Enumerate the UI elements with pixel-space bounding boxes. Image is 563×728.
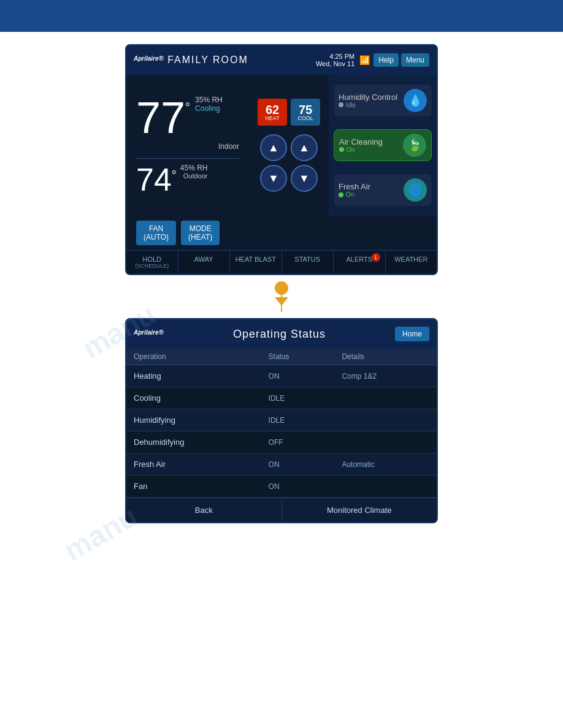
op-name: Heating — [126, 365, 261, 387]
thermostat-screen: Aprilaire® FAMILY ROOM 4:25 PM Wed, Nov … — [125, 44, 438, 275]
monitored-climate-button[interactable]: Monitored Climate — [282, 498, 437, 522]
col-details: Details — [334, 349, 437, 365]
down-arrows-row: ▼ ▼ — [260, 165, 318, 192]
nav-hold[interactable]: HOLD (SCHEDULE) — [126, 251, 178, 274]
table-row: Heating ON Comp 1&2 — [126, 365, 437, 387]
humidity-control-status: Idle — [339, 102, 397, 108]
fresh-air-status: On — [339, 191, 370, 198]
op-details — [334, 476, 437, 498]
operating-status-table: Operation Status Details Heating ON Comp… — [126, 349, 437, 498]
air-cleaning-icon[interactable]: 🍃 — [403, 134, 426, 157]
help-button[interactable]: Help — [373, 53, 399, 67]
content-area: Aprilaire® FAMILY ROOM 4:25 PM Wed, Nov … — [0, 32, 563, 536]
op-name: Dehumidifying — [126, 431, 261, 453]
outdoor-info: 45% RH Outdoor — [180, 164, 208, 180]
cool-setpoint-button[interactable]: 75 COOL — [291, 99, 320, 126]
fresh-air-icon[interactable]: 🌀 — [404, 178, 427, 202]
status-header: Aprilaire® Operating Status Home — [126, 319, 437, 349]
temperature-panel: 77 ° 35% RH Cooling Indoor 74 ° 45% RH O… — [126, 75, 249, 216]
wifi-icon: 📶 — [359, 55, 370, 65]
home-button[interactable]: Home — [395, 327, 429, 341]
op-details: Comp 1&2 — [334, 365, 437, 387]
menu-button[interactable]: Menu — [401, 53, 429, 67]
cool-up-button[interactable]: ▲ — [291, 134, 318, 161]
date-display: Wed, Nov 11 — [316, 60, 354, 67]
fresh-air-status-dot — [339, 192, 343, 197]
table-row: Humidifying IDLE — [126, 409, 437, 431]
thermostat-body: 77 ° 35% RH Cooling Indoor 74 ° 45% RH O… — [126, 75, 437, 216]
connector-dot — [275, 281, 288, 295]
air-cleaning-label: Air Cleaning — [339, 137, 383, 146]
status-title: Operating Status — [164, 328, 395, 341]
table-header-row: Operation Status Details — [126, 349, 437, 365]
indoor-degree: ° — [185, 100, 190, 115]
nav-status[interactable]: STATUS — [282, 251, 334, 274]
indoor-temp-row: 77 ° 35% RH Cooling — [136, 96, 239, 140]
outdoor-degree: ° — [172, 169, 177, 183]
up-arrows-row: ▲ ▲ — [260, 134, 318, 161]
mode-button[interactable]: MODE (HEAT) — [181, 221, 220, 245]
op-status: OFF — [261, 431, 335, 453]
time-display: 4:25 PM — [329, 53, 354, 60]
nav-weather[interactable]: WEATHER — [386, 251, 437, 274]
back-button[interactable]: Back — [126, 498, 282, 522]
table-row: Dehumidifying OFF — [126, 431, 437, 453]
heat-up-button[interactable]: ▲ — [260, 134, 287, 161]
op-status: IDLE — [261, 387, 335, 409]
nav-heat-blast[interactable]: HEAT BLAST — [230, 251, 282, 274]
heat-setpoint-button[interactable]: 62 HEAT — [258, 99, 287, 126]
op-name: Cooling — [126, 387, 261, 409]
nav-alerts[interactable]: ALERTS 1 — [334, 251, 386, 274]
op-details — [334, 387, 437, 409]
op-details — [334, 409, 437, 431]
aprilaire-logo: Aprilaire® — [134, 54, 164, 66]
air-cleaning-status-dot — [339, 147, 344, 152]
table-row: Fan ON — [126, 476, 437, 498]
indoor-label: Indoor — [136, 142, 239, 151]
humidity-control-item: Humidity Control Idle 💧 — [334, 85, 432, 116]
controls-panel: Humidity Control Idle 💧 Air Cleaning — [329, 75, 437, 216]
air-cleaning-item: Air Cleaning On 🍃 — [334, 129, 432, 161]
humidity-control-label: Humidity Control — [339, 93, 397, 102]
outdoor-label: Outdoor — [180, 172, 208, 180]
op-status: IDLE — [261, 409, 335, 431]
status-logo: Aprilaire® — [134, 328, 164, 340]
op-status: ON — [261, 476, 335, 498]
humidity-control-icon[interactable]: 💧 — [404, 89, 427, 112]
heat-cool-row: 62 HEAT 75 COOL — [258, 99, 320, 126]
fan-button[interactable]: FAN (AUTO) — [136, 221, 176, 245]
op-details — [334, 431, 437, 453]
humidity-control-info: Humidity Control Idle — [339, 93, 397, 108]
indoor-info: 35% RH Cooling — [195, 96, 223, 113]
cool-down-button[interactable]: ▼ — [291, 165, 318, 192]
op-name: Fresh Air — [126, 453, 261, 476]
fresh-air-label: Fresh Air — [339, 182, 370, 191]
air-cleaning-status: On — [339, 146, 383, 153]
indoor-temperature: 77 — [136, 96, 185, 140]
humidity-status-dot — [339, 102, 343, 107]
alert-badge: 1 — [372, 253, 380, 262]
connector-arrow — [125, 275, 438, 318]
col-status: Status — [261, 349, 335, 365]
room-label: FAMILY ROOM — [167, 55, 248, 66]
fan-mode-controls: FAN (AUTO) MODE (HEAT) — [126, 216, 437, 250]
time-area: 4:25 PM Wed, Nov 11 — [316, 53, 354, 67]
indoor-mode: Cooling — [195, 104, 223, 113]
status-footer: Back Monitored Climate — [126, 498, 437, 522]
nav-away[interactable]: AWAY — [178, 251, 231, 274]
table-row: Fresh Air ON Automatic — [126, 453, 437, 476]
operating-status-screen: Aprilaire® Operating Status Home Operati… — [125, 318, 438, 523]
outdoor-temperature: 74 — [136, 164, 172, 195]
fresh-air-item: Fresh Air On 🌀 — [334, 174, 432, 206]
air-cleaning-info: Air Cleaning On — [339, 137, 383, 153]
divider — [136, 158, 239, 159]
op-status: ON — [261, 365, 335, 387]
indoor-rh: 35% RH — [195, 96, 223, 104]
fresh-air-info: Fresh Air On — [339, 182, 370, 198]
thermostat-header: Aprilaire® FAMILY ROOM 4:25 PM Wed, Nov … — [126, 45, 437, 75]
heat-down-button[interactable]: ▼ — [260, 165, 287, 192]
outdoor-rh: 45% RH — [180, 164, 208, 172]
op-details: Automatic — [334, 453, 437, 476]
connector-arrow-tip — [275, 297, 288, 306]
nav-bar: HOLD (SCHEDULE) AWAY HEAT BLAST STATUS A… — [126, 250, 437, 274]
